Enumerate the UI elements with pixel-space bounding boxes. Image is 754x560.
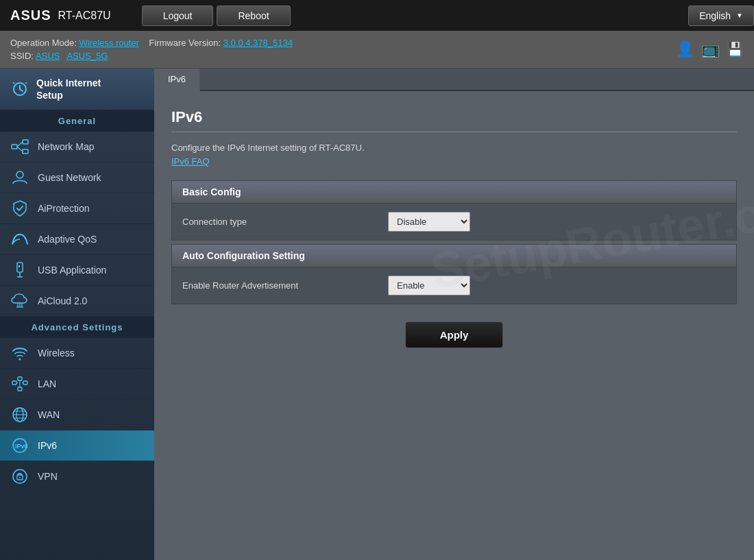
reboot-button[interactable]: Reboot — [217, 5, 290, 26]
quick-internet-setup[interactable]: Quick InternetSetup — [0, 69, 154, 110]
svg-point-27 — [13, 470, 27, 483]
lan-icon — [10, 376, 29, 392]
page-description: Configure the IPv6 Internet setting of R… — [171, 143, 737, 153]
vpn-icon — [10, 468, 29, 485]
basic-config-section: Basic Config Connection type Disable Nat… — [171, 180, 737, 241]
svg-line-4 — [17, 142, 23, 147]
sidebar-label-adaptive-qos: Adaptive QoS — [38, 234, 97, 245]
sidebar-label-wireless: Wireless — [38, 348, 75, 358]
quick-setup-label: Quick InternetSetup — [36, 77, 101, 101]
asus-logo: ASUS — [10, 8, 51, 23]
ssid-value2[interactable]: ASUS_5G — [66, 51, 108, 61]
router-advertisement-label: Enable Router Advertisement — [182, 280, 388, 291]
sidebar-item-wan[interactable]: WAN — [0, 400, 154, 430]
wireless-icon — [10, 345, 29, 361]
aiprotection-icon — [10, 200, 29, 217]
svg-rect-3 — [23, 149, 28, 154]
sidebar-item-lan[interactable]: LAN — [0, 369, 154, 400]
connection-type-row: Connection type Disable Native Tunnel 6t… — [171, 204, 737, 241]
ssid-label: SSID: — [10, 51, 34, 61]
language-label: English — [699, 10, 731, 21]
adaptive-qos-icon — [10, 231, 29, 247]
aicloud-icon — [10, 293, 29, 309]
language-selector[interactable]: English ▼ — [688, 5, 754, 26]
user-icon[interactable]: 👤 — [676, 40, 694, 58]
sidebar-label-vpn: VPN — [38, 471, 58, 482]
sidebar-label-wan: WAN — [38, 409, 60, 420]
svg-rect-10 — [19, 265, 20, 267]
svg-point-12 — [19, 358, 21, 361]
svg-rect-1 — [12, 145, 17, 149]
auto-config-header: Auto Configuration Setting — [171, 244, 737, 267]
sidebar-label-ipv6: IPv6 — [38, 440, 57, 451]
guest-network-icon — [10, 169, 29, 186]
svg-line-5 — [17, 147, 23, 151]
usb-application-icon — [10, 262, 29, 278]
logout-button[interactable]: Logout — [142, 5, 214, 26]
network-map-icon — [10, 138, 29, 155]
svg-point-29 — [19, 477, 21, 478]
svg-rect-16 — [18, 387, 22, 391]
sidebar-label-aiprotection: AiProtection — [38, 203, 89, 214]
quick-setup-icon — [10, 81, 29, 97]
tab-ipv6[interactable]: IPv6 — [154, 69, 200, 91]
router-advertisement-select[interactable]: Enable Disable — [388, 276, 470, 295]
basic-config-header: Basic Config — [171, 180, 737, 204]
monitor-icon[interactable]: 📺 — [701, 40, 720, 58]
ipv6-faq-link[interactable]: IPv6 FAQ — [171, 156, 737, 167]
svg-rect-13 — [12, 381, 16, 385]
connection-type-select[interactable]: Disable Native Tunnel 6to4 Tunnel 6in4 D… — [388, 212, 470, 232]
operation-mode-label: Operation Mode: — [10, 38, 77, 48]
sidebar-label-lan: LAN — [38, 378, 56, 389]
sidebar-label-usb-application: USB Application — [38, 265, 106, 276]
sidebar-item-aicloud[interactable]: AiCloud 2.0 — [0, 286, 154, 317]
apply-button[interactable]: Apply — [405, 321, 504, 348]
model-name: RT-AC87U — [58, 10, 111, 22]
svg-text:IPv6: IPv6 — [15, 443, 28, 450]
svg-rect-14 — [23, 381, 27, 385]
sidebar-item-usb-application[interactable]: USB Application — [0, 255, 154, 286]
svg-rect-15 — [18, 377, 22, 380]
operation-mode-value[interactable]: Wireless router — [79, 38, 138, 48]
page-title: IPv6 — [171, 108, 737, 126]
ssid-value1[interactable]: ASUS — [36, 51, 60, 61]
chevron-down-icon: ▼ — [736, 12, 743, 19]
sidebar-item-aiprotection[interactable]: AiProtection — [0, 193, 154, 224]
tabs-bar: IPv6 — [154, 69, 754, 91]
apply-button-row: Apply — [171, 321, 737, 348]
firmware-label: Firmware Version: — [149, 38, 221, 48]
sidebar-item-adaptive-qos[interactable]: Adaptive QoS — [0, 224, 154, 255]
wan-icon — [10, 406, 29, 423]
sidebar-label-aicloud: AiCloud 2.0 — [38, 295, 87, 306]
svg-point-6 — [16, 171, 23, 178]
sidebar-label-network-map: Network Map — [38, 141, 94, 152]
advanced-section-header: Advanced Settings — [0, 317, 154, 338]
connection-type-label: Connection type — [182, 217, 388, 227]
sidebar-label-guest-network: Guest Network — [38, 172, 101, 183]
sidebar-item-network-map[interactable]: Network Map — [0, 132, 154, 162]
page-divider — [171, 132, 737, 132]
ipv6-icon: IPv6 — [10, 437, 29, 454]
sidebar-item-ipv6[interactable]: IPv6 IPv6 — [0, 430, 154, 461]
floppy-icon[interactable]: 💾 — [727, 41, 744, 58]
auto-config-section: Auto Configuration Setting Enable Router… — [171, 244, 737, 304]
sidebar-item-wireless[interactable]: Wireless — [0, 338, 154, 369]
info-bar: Operation Mode: Wireless router Firmware… — [10, 38, 293, 61]
sidebar-item-guest-network[interactable]: Guest Network — [0, 162, 154, 193]
firmware-value[interactable]: 3.0.0.4.378_5134 — [223, 38, 293, 48]
svg-rect-2 — [23, 140, 28, 144]
logo-area: ASUS RT-AC87U — [0, 0, 121, 31]
general-section-header: General — [0, 110, 154, 132]
router-advertisement-row: Enable Router Advertisement Enable Disab… — [171, 267, 737, 304]
sidebar-item-vpn[interactable]: VPN — [0, 461, 154, 492]
